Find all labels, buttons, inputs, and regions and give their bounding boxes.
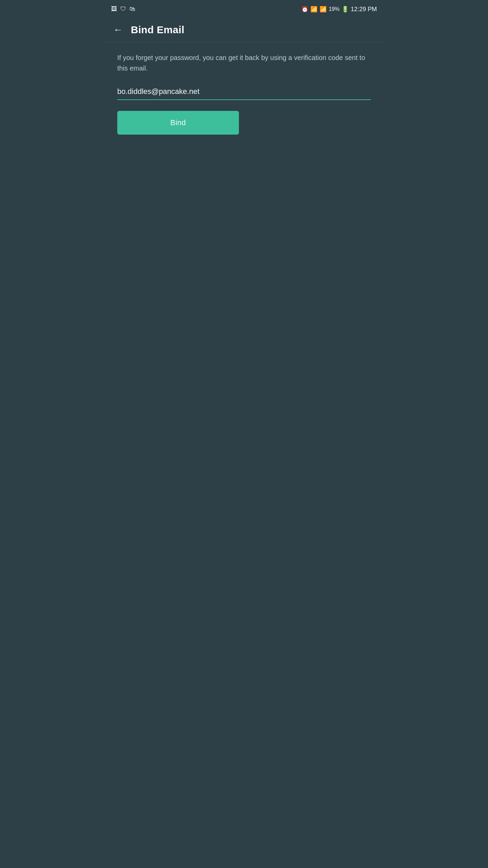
email-input-wrapper [117, 84, 371, 100]
main-content: If you forget your password, you can get… [105, 42, 383, 147]
back-arrow-icon: ← [113, 25, 123, 35]
toolbar: ← Bind Email [105, 18, 383, 42]
wifi-icon: 📶 [310, 6, 318, 13]
battery-icon: 🔋 [342, 6, 349, 13]
page-title: Bind Email [131, 24, 184, 36]
back-button[interactable]: ← [112, 24, 124, 36]
image-icon: 🖼 [111, 6, 117, 13]
status-bar: 🖼 🛡 🛍 ⏰ 📶 📶 19% 🔋 12:29 PM [105, 0, 383, 18]
clock: 12:29 PM [351, 6, 377, 13]
shield-icon: 🛡 [120, 6, 126, 13]
alarm-icon: ⏰ [301, 6, 308, 13]
bind-button[interactable]: Bind [117, 111, 239, 135]
description-text: If you forget your password, you can get… [117, 53, 371, 74]
status-bar-left-icons: 🖼 🛡 🛍 [111, 6, 135, 13]
signal-icon: 📶 [320, 6, 327, 13]
bind-button-label: Bind [170, 118, 186, 127]
bag-icon: 🛍 [129, 6, 135, 13]
email-input[interactable] [117, 84, 371, 100]
battery-level: 19% [329, 6, 340, 12]
status-bar-right-info: ⏰ 📶 📶 19% 🔋 12:29 PM [301, 6, 377, 13]
